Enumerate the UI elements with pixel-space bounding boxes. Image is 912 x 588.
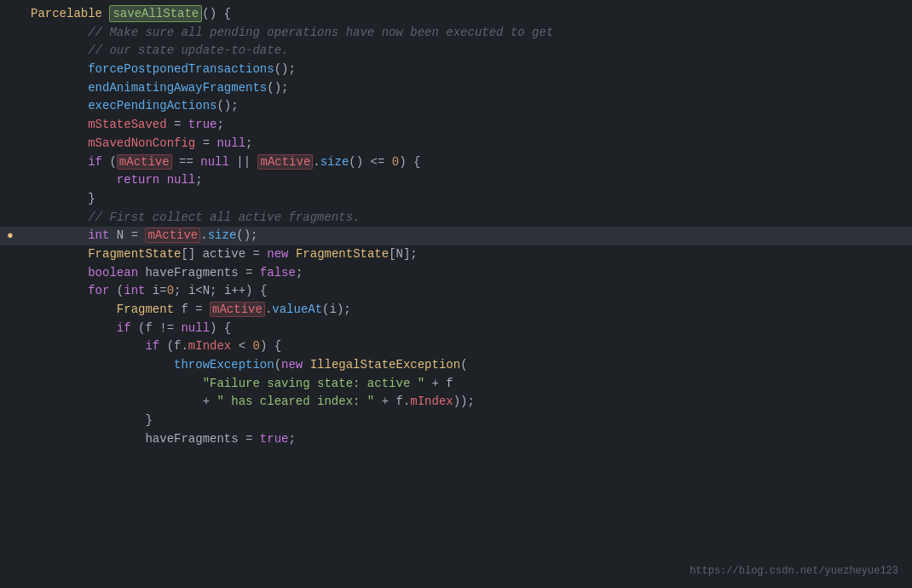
line-content: throwException(new IllegalStateException… xyxy=(31,356,898,375)
code-token xyxy=(289,247,296,261)
line-content: + " has cleared index: " + f.mIndex)); xyxy=(31,393,898,412)
code-token: + xyxy=(31,395,216,408)
code-token: i= xyxy=(145,284,166,297)
code-token xyxy=(31,339,145,353)
code-token: ; xyxy=(288,432,295,446)
code-token xyxy=(31,99,88,112)
code-token: " has cleared index: " xyxy=(216,395,374,408)
code-token: mSavedNonConfig xyxy=(88,136,195,150)
code-token: } xyxy=(31,192,95,205)
code-token: null xyxy=(216,136,245,150)
code-token: for xyxy=(88,284,109,297)
breakpoint-icon: ● xyxy=(7,228,14,245)
code-token: [] xyxy=(181,247,202,261)
code-token: IllegalStateException xyxy=(310,358,460,372)
code-token: if xyxy=(117,321,131,335)
code-token: throwException xyxy=(174,358,274,372)
code-token: ; xyxy=(296,266,303,280)
code-token: ( xyxy=(109,284,124,297)
code-token: ( xyxy=(102,155,117,169)
line-content: "Failure saving state: active " + f xyxy=(31,375,898,394)
code-token xyxy=(31,81,88,95)
code-token: N = xyxy=(109,228,145,242)
line-content: FragmentState[] active = new FragmentSta… xyxy=(31,245,898,264)
code-token: new xyxy=(281,358,303,372)
code-token xyxy=(159,173,166,187)
code-token: haveFragments = xyxy=(31,432,260,446)
code-line: if (f != null) { xyxy=(0,320,912,338)
code-token xyxy=(31,62,88,76)
code-token: = xyxy=(167,118,188,131)
code-token: size xyxy=(208,228,237,242)
code-token: 0 xyxy=(392,155,399,169)
code-token: boolean xyxy=(88,266,138,280)
code-token xyxy=(31,173,117,187)
code-token: + f xyxy=(424,377,453,390)
code-token: ; xyxy=(216,118,223,131)
code-token: mActive xyxy=(117,154,172,170)
code-token: execPendingActions xyxy=(88,99,216,112)
code-line: FragmentState[] active = new FragmentSta… xyxy=(0,245,912,264)
code-token: ) { xyxy=(260,339,281,353)
code-token: if xyxy=(88,155,102,169)
code-line: endAnimatingAwayFragments(); xyxy=(0,79,912,98)
code-token: true xyxy=(188,118,217,131)
code-token: () <= xyxy=(349,155,391,169)
code-token: "Failure saving state: active " xyxy=(203,377,424,390)
code-line: // First collect all active fragments. xyxy=(0,209,912,228)
line-content: if (f != null) { xyxy=(31,320,898,338)
code-line: if (f.mIndex < 0) { xyxy=(0,337,912,356)
code-token: + f. xyxy=(374,395,410,408)
line-content: Fragment f = mActive.valueAt(i); xyxy=(31,301,898,320)
line-content: Parcelable saveAllState() { xyxy=(31,5,898,24)
code-line: ● int N = mActive.size(); xyxy=(0,227,912,245)
line-content: // our state update-to-date. xyxy=(31,42,898,61)
line-content: mSavedNonConfig = null; xyxy=(31,135,898,153)
code-token: = xyxy=(195,136,216,150)
code-token: () { xyxy=(202,7,231,20)
line-content: if (mActive == null || mActive.size() <=… xyxy=(31,153,898,172)
code-line: + " has cleared index: " + f.mIndex)); xyxy=(0,393,912,412)
code-token: mActive xyxy=(257,154,313,170)
code-token: endAnimatingAwayFragments xyxy=(88,81,267,95)
code-token: ; i<N; i++) { xyxy=(174,284,267,297)
line-content: // First collect all active fragments. xyxy=(31,209,898,228)
code-token: (); xyxy=(236,228,257,242)
code-token: new xyxy=(267,247,288,261)
code-line: } xyxy=(0,412,912,430)
code-token xyxy=(31,228,88,242)
code-line: haveFragments = true; xyxy=(0,430,912,449)
line-content: for (int i=0; i<N; i++) { xyxy=(31,282,898,301)
code-token: (f != xyxy=(131,321,182,335)
code-token: saveAllState xyxy=(109,5,202,22)
code-token: ( xyxy=(460,358,467,372)
code-token xyxy=(31,303,117,316)
code-token: = xyxy=(245,247,267,261)
code-token: FragmentState xyxy=(296,247,389,261)
code-token: || xyxy=(229,155,258,169)
code-token xyxy=(31,247,88,261)
code-token xyxy=(31,284,88,297)
code-line: // Make sure all pending operations have… xyxy=(0,24,912,43)
code-line: mSavedNonConfig = null; xyxy=(0,135,912,153)
code-token: active xyxy=(203,247,245,261)
code-token: mStateSaved xyxy=(88,118,166,131)
code-token: FragmentState xyxy=(88,247,181,261)
code-token: null xyxy=(200,155,229,169)
line-content: mStateSaved = true; xyxy=(31,116,898,135)
code-token xyxy=(31,321,117,335)
code-line: Fragment f = mActive.valueAt(i); xyxy=(0,301,912,320)
code-token xyxy=(303,358,309,372)
code-token: forcePostponedTransactions xyxy=(88,62,274,76)
code-token: (); xyxy=(267,81,288,95)
code-token: (f. xyxy=(159,339,188,353)
code-token: < xyxy=(231,339,252,353)
code-line: for (int i=0; i<N; i++) { xyxy=(0,282,912,301)
line-content: // Make sure all pending operations have… xyxy=(31,24,898,43)
code-token: 0 xyxy=(252,339,259,353)
code-token: mActive xyxy=(210,302,265,317)
line-gutter: ● xyxy=(7,228,27,245)
code-token xyxy=(31,266,88,280)
code-viewer: Parcelable saveAllState() { // Make sure… xyxy=(0,0,912,588)
line-content: int N = mActive.size(); xyxy=(31,227,898,245)
